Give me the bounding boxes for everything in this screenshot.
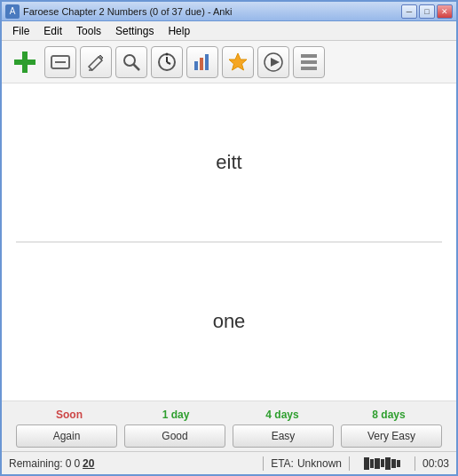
menu-help[interactable]: Help [161,21,197,40]
svg-rect-1 [14,60,36,65]
barchart-icon [193,52,212,72]
svg-rect-19 [301,67,317,70]
window-title: Faroese Chapter 2 Numbers (0 of 37 due) … [23,6,232,17]
svg-marker-16 [271,58,280,67]
answer-buttons: Again Good Easy Very Easy [16,424,442,448]
minimize-button[interactable]: ─ [401,4,417,19]
maximize-button[interactable]: □ [419,4,435,19]
star-button[interactable] [222,46,254,78]
menu-edit[interactable]: Edit [36,21,69,40]
remaining-count-1: 0 [74,457,80,470]
svg-line-9 [167,62,170,64]
progress-chart [364,457,400,470]
card-area: eitt one [2,83,456,401]
bar-2 [370,459,374,468]
eta-label: ETA: [271,457,294,470]
bar-7 [397,460,400,467]
clock-icon [157,52,177,72]
clock-button[interactable] [151,46,183,78]
status-divider-3 [415,456,415,471]
svg-rect-18 [301,60,317,64]
status-divider-2 [349,456,350,471]
status-divider-1 [263,456,264,471]
add-button[interactable] [9,46,41,78]
svg-point-10 [166,52,169,55]
edit-button[interactable] [80,46,112,78]
menu-bar: File Edit Tools Settings Help [2,21,456,41]
stats-button[interactable] [186,46,218,78]
play-button[interactable] [257,46,289,78]
svg-point-5 [124,55,135,66]
menu-file[interactable]: File [5,21,36,40]
bar-3 [375,458,380,469]
remaining-count-0: 0 [66,457,72,470]
status-bar: Remaining: 0 0 20 ETA: Unknown 00:03 [2,451,456,474]
title-bar: A Faroese Chapter 2 Numbers (0 of 37 due… [2,2,456,21]
svg-rect-17 [301,54,317,58]
star-icon [227,52,249,73]
very-easy-button[interactable]: Very Easy [341,424,442,448]
svg-rect-13 [205,54,209,70]
label-1day: 1 day [122,409,229,421]
answer-area: Soon 1 day 4 days 8 days Again Good Easy… [2,401,456,451]
label-soon: Soon [16,409,122,421]
edit-icon [86,52,106,72]
title-bar-left: A Faroese Chapter 2 Numbers (0 of 37 due… [5,4,232,19]
app-window: A Faroese Chapter 2 Numbers (0 of 37 due… [0,0,458,476]
close-button[interactable]: ✕ [437,4,453,19]
card-back-text: one [213,310,246,333]
answer-labels: Soon 1 day 4 days 8 days [16,409,442,421]
label-8days: 8 days [336,409,442,421]
card-front: eitt [2,83,456,242]
menu-settings[interactable]: Settings [108,21,161,40]
status-remaining: Remaining: 0 0 20 [9,457,256,470]
app-icon: A [5,4,20,19]
list-icon [299,52,319,72]
again-button[interactable]: Again [16,424,117,448]
content-wrapper: eitt one Soon 1 day 4 days 8 days Again … [2,83,456,474]
remaining-label: Remaining: [9,457,63,470]
bar-4 [381,459,384,467]
label-4days: 4 days [229,409,336,421]
bar-6 [391,459,396,468]
add-icon [11,48,39,76]
svg-marker-14 [229,53,247,70]
svg-line-6 [134,64,140,70]
good-button[interactable]: Good [124,424,225,448]
title-bar-buttons: ─ □ ✕ [401,4,453,19]
svg-rect-12 [200,58,203,70]
menu-tools[interactable]: Tools [69,21,108,40]
eta-value: Unknown [297,457,342,470]
card-back: one [2,242,456,401]
search-icon [122,52,141,72]
deck-icon [50,54,71,70]
deck-button[interactable] [44,46,76,78]
toolbar [2,41,456,83]
bar-5 [385,457,391,470]
play-icon [264,52,283,72]
easy-button[interactable]: Easy [233,424,334,448]
svg-rect-11 [194,61,198,70]
bar-1 [364,457,369,470]
card-front-text: eitt [216,151,241,174]
browse-button[interactable] [115,46,147,78]
remaining-count-2[interactable]: 20 [83,457,94,470]
overview-button[interactable] [293,46,325,78]
timer: 00:03 [422,457,449,470]
